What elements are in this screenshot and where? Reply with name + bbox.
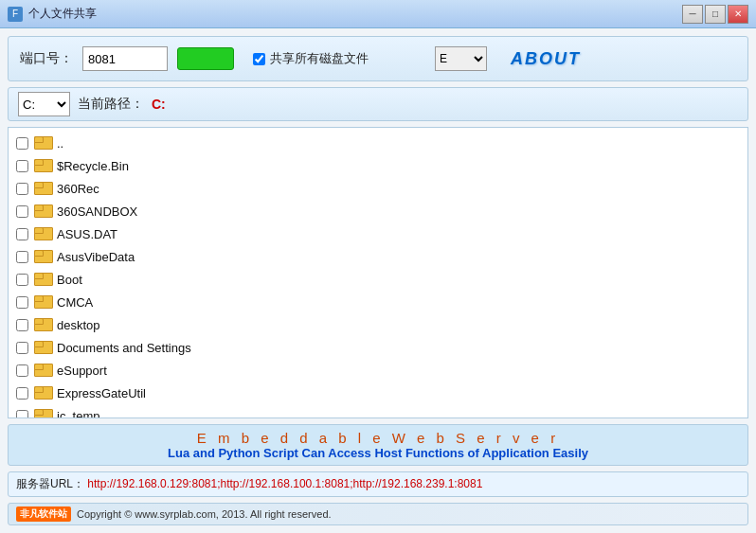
- file-name: CMCA: [57, 295, 93, 310]
- folder-icon: [34, 409, 51, 418]
- list-item[interactable]: 360SANDBOX: [9, 200, 747, 222]
- share-checkbox[interactable]: [253, 53, 265, 65]
- file-checkbox[interactable]: [16, 410, 28, 418]
- file-checkbox[interactable]: [16, 342, 28, 354]
- minimize-button[interactable]: ─: [682, 5, 703, 24]
- file-name: AsusVibeData: [57, 250, 135, 264]
- file-checkbox[interactable]: [16, 228, 28, 240]
- folder-icon: [34, 182, 51, 195]
- share-checkbox-area: 共享所有磁盘文件: [253, 50, 369, 67]
- file-name: ExpressGateUtil: [57, 386, 146, 400]
- file-name: ic_temp: [57, 409, 100, 418]
- folder-icon: [34, 364, 51, 377]
- folder-icon: [34, 227, 51, 240]
- file-name: 360SANDBOX: [57, 204, 137, 219]
- list-item[interactable]: ic_temp: [9, 404, 747, 418]
- file-checkbox[interactable]: [16, 251, 28, 263]
- list-item[interactable]: CMCA: [9, 291, 747, 313]
- file-name: $Recycle.Bin: [57, 159, 129, 173]
- url-value: http://192.168.0.129:8081;http://192.168…: [87, 477, 482, 490]
- copyright-text: Copyright © www.syrplab.com, 2013. All r…: [77, 508, 332, 520]
- window-title: 个人文件共享: [28, 6, 682, 22]
- language-select[interactable]: E: [435, 46, 487, 71]
- copyright-bar: 非凡软件站 Copyright © www.syrplab.com, 2013.…: [8, 503, 748, 525]
- folder-icon: [34, 204, 51, 218]
- port-label: 端口号：: [20, 50, 73, 67]
- list-item[interactable]: desktop: [9, 313, 747, 336]
- share-label: 共享所有磁盘文件: [270, 50, 369, 67]
- title-bar: F 个人文件共享 ─ □ ✕: [0, 0, 756, 28]
- file-name: Boot: [57, 273, 82, 287]
- file-checkbox[interactable]: [16, 296, 28, 309]
- file-list: ..$Recycle.Bin360Rec360SANDBOXASUS.DATAs…: [9, 128, 747, 418]
- list-item[interactable]: Boot: [9, 268, 747, 291]
- window-controls: ─ □ ✕: [682, 5, 748, 24]
- list-item[interactable]: eSupport: [9, 359, 747, 382]
- url-bar: 服务器URL： http://192.168.0.129:8081;http:/…: [8, 471, 748, 497]
- file-name: ..: [57, 136, 63, 151]
- restore-button[interactable]: □: [705, 5, 726, 24]
- folder-icon: [34, 273, 51, 286]
- list-item[interactable]: 360Rec: [9, 177, 747, 200]
- file-checkbox[interactable]: [16, 183, 28, 195]
- status-indicator: [177, 47, 234, 70]
- folder-icon: [34, 136, 51, 150]
- folder-icon: [34, 341, 51, 354]
- bottom-banner: E m b e d d a b l e W e b S e r v e r Lu…: [8, 424, 748, 466]
- list-item[interactable]: AsusVibeData: [9, 245, 747, 268]
- path-label: 当前路径：: [78, 96, 144, 113]
- folder-icon: [34, 386, 51, 400]
- banner-title: E m b e d d a b l e W e b S e r v e r: [18, 430, 738, 446]
- file-checkbox[interactable]: [16, 137, 28, 150]
- about-button[interactable]: ABOUT: [511, 49, 581, 69]
- list-item[interactable]: Documents and Settings: [9, 336, 747, 359]
- list-item[interactable]: ExpressGateUtil: [9, 382, 747, 404]
- current-path: C:: [152, 97, 166, 112]
- file-name: eSupport: [57, 364, 107, 378]
- list-item[interactable]: ..: [9, 132, 747, 154]
- file-name: Documents and Settings: [57, 341, 191, 355]
- main-content: 端口号： 共享所有磁盘文件 E ABOUT C: 当前路径： C: ..$Rec…: [0, 28, 756, 533]
- file-name: desktop: [57, 318, 100, 332]
- top-panel: 端口号： 共享所有磁盘文件 E ABOUT: [8, 36, 748, 81]
- app-icon: F: [8, 7, 23, 22]
- url-label: 服务器URL：: [16, 477, 84, 490]
- file-checkbox[interactable]: [16, 205, 28, 218]
- file-name: 360Rec: [57, 182, 99, 196]
- folder-icon: [34, 159, 51, 172]
- file-name: ASUS.DAT: [57, 227, 117, 241]
- close-button[interactable]: ✕: [728, 5, 748, 24]
- file-checkbox[interactable]: [16, 274, 28, 286]
- file-list-container: ..$Recycle.Bin360Rec360SANDBOXASUS.DATAs…: [8, 127, 748, 418]
- list-item[interactable]: $Recycle.Bin: [9, 154, 747, 177]
- watermark-logo: 非凡软件站: [16, 506, 71, 522]
- file-checkbox[interactable]: [16, 160, 28, 172]
- folder-icon: [34, 250, 51, 263]
- folder-icon: [34, 318, 51, 331]
- file-checkbox[interactable]: [16, 319, 28, 331]
- port-input[interactable]: [82, 46, 168, 71]
- list-item[interactable]: ASUS.DAT: [9, 222, 747, 245]
- drive-select[interactable]: C:: [18, 92, 70, 116]
- file-checkbox[interactable]: [16, 364, 28, 377]
- file-checkbox[interactable]: [16, 387, 28, 400]
- path-panel: C: 当前路径： C:: [8, 87, 748, 121]
- folder-icon: [34, 295, 51, 309]
- banner-subtitle: Lua and Python Script Can Access Host Fu…: [18, 446, 738, 460]
